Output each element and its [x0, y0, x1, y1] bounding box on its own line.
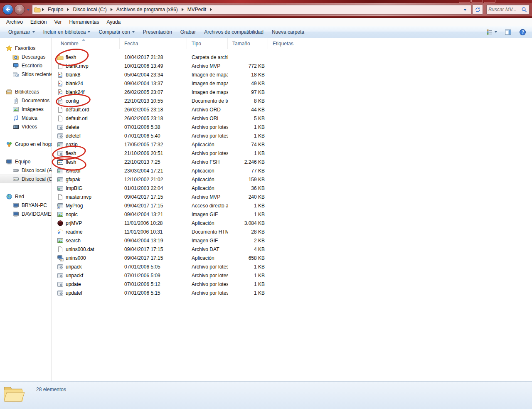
- sidebar-item-escritorio[interactable]: Escritorio: [0, 61, 52, 70]
- menu-item-edición[interactable]: Edición: [27, 19, 50, 25]
- file-row[interactable]: blank24f26/02/2005 23:07Imagen de mapa .…: [56, 88, 532, 96]
- toolbar-button[interactable]: Presentación: [139, 27, 176, 37]
- file-row[interactable]: config22/10/2013 10:55Documento de tex..…: [56, 96, 532, 105]
- sidebar-item-grupo-en-el-hogar[interactable]: Grupo en el hogar: [0, 140, 52, 148]
- search-input[interactable]: [488, 7, 521, 12]
- file-installer-icon: [57, 255, 64, 261]
- file-row[interactable]: default.ord26/02/2005 23:18Archivo ORD44…: [56, 105, 532, 114]
- change-view-button[interactable]: [485, 27, 499, 37]
- file-row[interactable]: flesh10/04/2017 21:28Carpeta de archivos: [56, 53, 532, 62]
- sidebar-item-red[interactable]: Red: [0, 192, 52, 201]
- sidebar-item-davidgamer-[interactable]: DAVIDGAMER-: [0, 209, 52, 218]
- address-bar[interactable]: EquipoDisco local (C:)Archivos de progra…: [32, 5, 471, 15]
- file-date-cell: 22/10/2013 7:25: [120, 159, 187, 165]
- column-header-tipo[interactable]: Tipo: [187, 38, 228, 49]
- file-type-cell: Archivo por lotes ...: [187, 264, 228, 270]
- sidebar-item-bibliotecas[interactable]: Bibliotecas: [0, 87, 52, 96]
- forward-button[interactable]: [14, 4, 25, 15]
- recent-pages-chevron-icon[interactable]: [27, 9, 30, 11]
- sidebar-item-im-genes[interactable]: Imágenes: [0, 105, 52, 113]
- menu-item-ayuda[interactable]: Ayuda: [103, 19, 124, 25]
- sidebar-item-sitios-recientes[interactable]: Sitios recientes: [0, 70, 52, 79]
- file-name-cell: blank8: [56, 71, 120, 78]
- column-header-tamaño[interactable]: Tamaño: [228, 38, 268, 49]
- hdd-icon: [12, 176, 19, 182]
- sidebar-item-descargas[interactable]: Descargas: [0, 52, 52, 61]
- column-header-fecha[interactable]: Fecha: [120, 38, 187, 49]
- file-row[interactable]: unins00009/04/2017 17:15Aplicación658 KB: [56, 254, 532, 262]
- menu-item-herramientas[interactable]: Herramientas: [65, 19, 103, 25]
- help-button[interactable]: ?: [517, 27, 528, 37]
- breadcrumb-item[interactable]: MVPedit: [185, 5, 209, 14]
- file-row[interactable]: search09/04/2004 13:19Imagen GIF2 KB: [56, 236, 532, 245]
- back-button[interactable]: [2, 4, 13, 15]
- toolbar-button[interactable]: Organizar: [4, 27, 39, 37]
- file-row[interactable]: nopic09/04/2004 13:21Imagen GIF1 KB: [56, 210, 532, 219]
- toolbar-button[interactable]: Grabar: [176, 27, 200, 37]
- star-icon: [6, 45, 12, 52]
- column-header-nombre[interactable]: Nombre: [56, 38, 120, 49]
- sidebar-item-disco-local-c-[interactable]: Disco local (C:): [0, 175, 52, 183]
- sidebar-item-m-sica[interactable]: Música: [0, 113, 52, 122]
- file-name-cell: nopic: [56, 211, 120, 218]
- navigation-bar: EquipoDisco local (C:)Archivos de progra…: [0, 3, 532, 16]
- toolbar-button[interactable]: Archivos de compatibilidad: [200, 27, 268, 37]
- sidebar-item-documentos[interactable]: Documentos: [0, 96, 52, 105]
- file-row[interactable]: deletef07/01/2006 5:40Archivo por lotes …: [56, 131, 532, 140]
- file-row[interactable]: updatef07/01/2006 5:15Archivo por lotes …: [56, 288, 532, 297]
- file-row[interactable]: flesh21/10/2006 20:51Archivo por lotes .…: [56, 149, 532, 158]
- menu-item-archivo[interactable]: Archivo: [2, 19, 27, 25]
- file-html-icon: e: [57, 229, 64, 235]
- file-row[interactable]: fshtool23/03/2004 17:21Aplicación77 KB: [56, 166, 532, 175]
- sidebar-item-v-deos[interactable]: Vídeos: [0, 122, 52, 131]
- file-type-cell: Aplicación: [187, 168, 228, 174]
- menu-item-ver[interactable]: Ver: [50, 19, 65, 25]
- file-type-cell: Archivo por lotes ...: [187, 273, 228, 278]
- minimize-button[interactable]: [459, 0, 470, 3]
- breadcrumb-item[interactable]: Disco local (C:): [70, 5, 109, 14]
- file-size-cell: 8 KB: [228, 98, 268, 104]
- file-size-cell: 3.084 KB: [228, 220, 268, 226]
- file-row[interactable]: blank805/04/2004 23:34Imagen de mapa ...…: [56, 70, 532, 79]
- sidebar-item-favoritos[interactable]: Favoritos: [0, 44, 52, 52]
- toolbar-button[interactable]: Incluir en biblioteca: [39, 27, 95, 37]
- file-bat-icon: [57, 124, 64, 131]
- file-row[interactable]: MyProg09/04/2017 17:15Acceso directo a I…: [56, 201, 532, 210]
- breadcrumb-item[interactable]: Archivos de programa (x86): [114, 5, 180, 14]
- file-row[interactable]: eazip17/05/2005 17:32Aplicación74 KB: [56, 140, 532, 149]
- file-row[interactable]: blank.mvp10/01/2006 13:49Archivo MVP772 …: [56, 62, 532, 70]
- refresh-button[interactable]: [472, 5, 483, 15]
- file-row[interactable]: unpackf07/01/2006 5:09Archivo por lotes …: [56, 271, 532, 280]
- close-button[interactable]: [484, 0, 495, 3]
- toolbar-button[interactable]: Nueva carpeta: [268, 27, 308, 37]
- sidebar-item-equipo[interactable]: Equipo: [0, 157, 52, 166]
- breadcrumb-item[interactable]: Equipo: [45, 5, 66, 14]
- toolbar-button[interactable]: Compartir con: [94, 27, 138, 37]
- file-row[interactable]: delete07/01/2006 5:38Archivo por lotes .…: [56, 123, 532, 131]
- file-row[interactable]: unpack07/01/2006 5:05Archivo por lotes .…: [56, 262, 532, 271]
- sidebar-item-label: Imágenes: [22, 106, 44, 112]
- preview-pane-button[interactable]: [503, 27, 513, 37]
- address-dropdown-chevron-icon[interactable]: [463, 9, 467, 11]
- search-icon[interactable]: [521, 7, 527, 13]
- file-row[interactable]: ImpBIG01/01/2003 22:04Aplicación36 KB: [56, 184, 532, 192]
- breadcrumb: EquipoDisco local (C:)Archivos de progra…: [41, 5, 213, 14]
- file-row[interactable]: prjMVP11/01/2006 10:28Aplicación3.084 KB: [56, 219, 532, 227]
- file-row[interactable]: gfxpak12/10/2002 21:02Aplicación159 KB: [56, 175, 532, 184]
- maximize-button[interactable]: [471, 0, 483, 3]
- sidebar-item-label: Bibliotecas: [15, 89, 39, 95]
- sidebar-item-disco-local-a-[interactable]: Disco local (A:): [0, 166, 52, 175]
- file-row[interactable]: unins000.dat09/04/2017 17:15Archivo DAT4…: [56, 245, 532, 254]
- sidebar-item-bryan-pc[interactable]: BRYAN-PC: [0, 201, 52, 209]
- file-type-cell: Documento HTML: [187, 229, 228, 235]
- file-type-cell: Archivo MVP: [187, 194, 228, 200]
- file-name: master.mvp: [66, 194, 91, 200]
- file-row[interactable]: update07/01/2006 5:12Archivo por lotes .…: [56, 280, 532, 288]
- file-row[interactable]: ereadme11/01/2006 10:31Documento HTML28 …: [56, 227, 532, 236]
- file-row[interactable]: master.mvp09/04/2017 17:15Archivo MVP240…: [56, 192, 532, 201]
- column-header-etiquetas[interactable]: Etiquetas: [268, 38, 301, 49]
- file-row[interactable]: default.orl26/02/2005 23:18Archivo ORL5 …: [56, 114, 532, 123]
- column-headers: NombreFechaTipoTamañoEtiquetas: [56, 38, 532, 49]
- file-row[interactable]: flesh22/10/2013 7:25Archivo FSH2.246 KB: [56, 158, 532, 166]
- file-row[interactable]: blank2409/04/2004 13:37Imagen de mapa ..…: [56, 79, 532, 88]
